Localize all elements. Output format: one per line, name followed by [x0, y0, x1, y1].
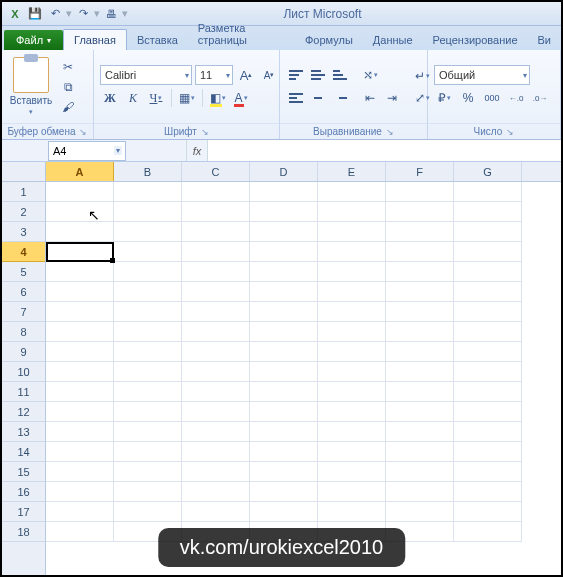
row-header[interactable]: 13: [2, 422, 45, 442]
save-icon[interactable]: 💾: [26, 5, 44, 23]
cell[interactable]: [250, 402, 318, 422]
cell[interactable]: [386, 302, 454, 322]
cell[interactable]: [386, 402, 454, 422]
bold-button[interactable]: Ж: [100, 88, 120, 108]
cell[interactable]: [114, 322, 182, 342]
align-bottom-icon[interactable]: [330, 65, 350, 85]
redo-icon[interactable]: ↷: [74, 5, 92, 23]
increase-decimal-icon[interactable]: ←.0: [506, 88, 526, 108]
cell[interactable]: [114, 502, 182, 522]
clipboard-launcher-icon[interactable]: ↘: [79, 127, 87, 137]
cell[interactable]: [250, 362, 318, 382]
cell[interactable]: [182, 362, 250, 382]
cell[interactable]: [454, 322, 522, 342]
worksheet[interactable]: 123456789101112131415161718 ABCDEFG: [2, 162, 561, 575]
cell[interactable]: [454, 442, 522, 462]
col-header[interactable]: C: [182, 162, 250, 181]
cell[interactable]: [318, 302, 386, 322]
cut-icon[interactable]: ✂: [58, 58, 78, 76]
cell[interactable]: [454, 202, 522, 222]
cell[interactable]: [318, 382, 386, 402]
cell[interactable]: [114, 482, 182, 502]
font-name-combo[interactable]: Calibri: [100, 65, 192, 85]
cell[interactable]: [250, 382, 318, 402]
cell[interactable]: [114, 362, 182, 382]
row-header[interactable]: 11: [2, 382, 45, 402]
cell[interactable]: [182, 422, 250, 442]
comma-style-icon[interactable]: 000: [482, 88, 502, 108]
row-header[interactable]: 18: [2, 522, 45, 542]
row-header[interactable]: 9: [2, 342, 45, 362]
cell[interactable]: [386, 482, 454, 502]
cell[interactable]: [318, 462, 386, 482]
align-right-icon[interactable]: [330, 88, 350, 108]
cell[interactable]: [386, 202, 454, 222]
column-headers[interactable]: ABCDEFG: [46, 162, 561, 182]
cell[interactable]: [46, 262, 114, 282]
cell[interactable]: [454, 462, 522, 482]
row-header[interactable]: 14: [2, 442, 45, 462]
underline-button[interactable]: Ч: [146, 88, 166, 108]
cell[interactable]: [46, 382, 114, 402]
cell[interactable]: [250, 202, 318, 222]
number-launcher-icon[interactable]: ↘: [506, 127, 514, 137]
row-header[interactable]: 5: [2, 262, 45, 282]
font-size-combo[interactable]: 11: [195, 65, 233, 85]
cell[interactable]: [318, 362, 386, 382]
cell[interactable]: [182, 182, 250, 202]
cell[interactable]: [46, 282, 114, 302]
cells-area[interactable]: [46, 182, 561, 542]
cell[interactable]: [250, 242, 318, 262]
cell[interactable]: [250, 342, 318, 362]
cell[interactable]: [386, 282, 454, 302]
cell[interactable]: [46, 342, 114, 362]
select-all-corner[interactable]: [2, 162, 45, 182]
cell[interactable]: [454, 402, 522, 422]
cell[interactable]: [114, 282, 182, 302]
cell[interactable]: [182, 282, 250, 302]
undo-icon[interactable]: ↶: [46, 5, 64, 23]
cell[interactable]: [318, 502, 386, 522]
orientation-icon[interactable]: ⤭: [360, 65, 380, 85]
tab-page-layout[interactable]: Разметка страницы: [188, 18, 295, 50]
cell[interactable]: [318, 202, 386, 222]
row-header[interactable]: 16: [2, 482, 45, 502]
tab-home[interactable]: Главная: [63, 29, 127, 50]
row-headers[interactable]: 123456789101112131415161718: [2, 162, 46, 575]
number-format-combo[interactable]: Общий: [434, 65, 530, 85]
font-launcher-icon[interactable]: ↘: [201, 127, 209, 137]
cell[interactable]: [46, 362, 114, 382]
cell[interactable]: [454, 522, 522, 542]
cell[interactable]: [182, 482, 250, 502]
cell[interactable]: [114, 342, 182, 362]
cell[interactable]: [46, 182, 114, 202]
cell[interactable]: [250, 322, 318, 342]
cell[interactable]: [46, 502, 114, 522]
cell[interactable]: [318, 242, 386, 262]
decrease-decimal-icon[interactable]: .0→: [530, 88, 550, 108]
cell[interactable]: [454, 282, 522, 302]
cell[interactable]: [318, 342, 386, 362]
borders-icon[interactable]: ▦: [177, 88, 197, 108]
cell[interactable]: [454, 302, 522, 322]
cell[interactable]: [318, 222, 386, 242]
cell[interactable]: [318, 482, 386, 502]
cell[interactable]: [250, 462, 318, 482]
active-cell[interactable]: [46, 242, 114, 262]
row-header[interactable]: 15: [2, 462, 45, 482]
cell[interactable]: [318, 422, 386, 442]
cell[interactable]: [386, 382, 454, 402]
cell[interactable]: [386, 222, 454, 242]
col-header[interactable]: G: [454, 162, 522, 181]
cell[interactable]: [386, 322, 454, 342]
col-header[interactable]: F: [386, 162, 454, 181]
shrink-font-icon[interactable]: A▾: [259, 65, 279, 85]
tab-view[interactable]: Ви: [528, 30, 561, 50]
align-left-icon[interactable]: [286, 88, 306, 108]
cell[interactable]: [182, 342, 250, 362]
cell[interactable]: [318, 442, 386, 462]
cell[interactable]: [46, 422, 114, 442]
cell[interactable]: [250, 282, 318, 302]
cell[interactable]: [114, 422, 182, 442]
cell[interactable]: [114, 462, 182, 482]
